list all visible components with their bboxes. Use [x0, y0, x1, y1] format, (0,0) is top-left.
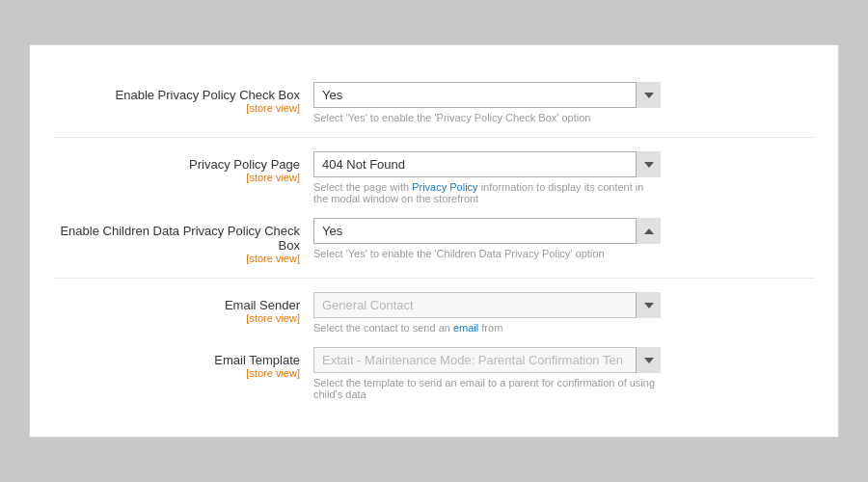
form-row-privacy_policy_page: Privacy Policy Page[store view]404 Not F…	[53, 151, 815, 204]
select-enable_children_data[interactable]: YesNo	[313, 218, 661, 244]
field-label-email_sender: Email Sender	[225, 298, 300, 312]
select-wrapper-enable_privacy_policy: YesNo	[313, 82, 661, 108]
label-col-enable_privacy_policy: Enable Privacy Policy Check Box[store vi…	[53, 82, 313, 114]
form-row-email_sender: Email Sender[store view]General ContactS…	[53, 292, 815, 334]
label-col-enable_children_data: Enable Children Data Privacy Policy Chec…	[53, 218, 313, 264]
field-label-enable_children_data: Enable Children Data Privacy Policy Chec…	[60, 224, 300, 253]
control-col-email_template: Extait - Maintenance Mode: Parental Conf…	[313, 347, 815, 400]
form-row-email_template: Email Template[store view]Extait - Maint…	[53, 347, 815, 400]
control-col-privacy_policy_page: 404 Not FoundSelect the page with Privac…	[313, 151, 815, 204]
select-wrapper-email_sender: General Contact	[313, 292, 661, 318]
select-enable_privacy_policy[interactable]: YesNo	[313, 82, 661, 108]
hint-email_sender: Select the contact to send an email from	[313, 322, 661, 334]
store-view-email_sender: [store view]	[53, 312, 300, 324]
form-row-enable_privacy_policy: Enable Privacy Policy Check Box[store vi…	[53, 82, 815, 123]
select-email_template[interactable]: Extait - Maintenance Mode: Parental Conf…	[313, 347, 661, 373]
field-label-email_template: Email Template	[214, 353, 300, 367]
form-row-enable_children_data: Enable Children Data Privacy Policy Chec…	[53, 218, 815, 264]
hint-enable_children_data: Select 'Yes' to enable the 'Children Dat…	[313, 248, 661, 259]
control-col-enable_children_data: YesNoSelect 'Yes' to enable the 'Childre…	[313, 218, 815, 259]
hint-enable_privacy_policy: Select 'Yes' to enable the 'Privacy Poli…	[313, 112, 661, 123]
control-col-email_sender: General ContactSelect the contact to sen…	[313, 292, 815, 334]
hint-email_template: Select the template to send an email to …	[313, 377, 661, 400]
select-email_sender[interactable]: General Contact	[313, 292, 661, 318]
label-col-email_sender: Email Sender[store view]	[53, 292, 313, 324]
label-col-privacy_policy_page: Privacy Policy Page[store view]	[53, 151, 313, 183]
hint-privacy_policy_page: Select the page with Privacy Policy info…	[313, 181, 661, 204]
select-wrapper-privacy_policy_page: 404 Not Found	[313, 151, 661, 177]
control-col-enable_privacy_policy: YesNoSelect 'Yes' to enable the 'Privacy…	[313, 82, 815, 123]
label-col-email_template: Email Template[store view]	[53, 347, 313, 379]
select-privacy_policy_page[interactable]: 404 Not Found	[313, 151, 661, 177]
field-label-enable_privacy_policy: Enable Privacy Policy Check Box	[116, 88, 300, 102]
select-wrapper-enable_children_data: YesNo	[313, 218, 661, 244]
store-view-privacy_policy_page: [store view]	[53, 172, 300, 183]
gdpr-panel: Enable Privacy Policy Check Box[store vi…	[29, 44, 839, 438]
store-view-email_template: [store view]	[53, 367, 300, 379]
store-view-enable_children_data: [store view]	[53, 253, 300, 264]
select-wrapper-email_template: Extait - Maintenance Mode: Parental Conf…	[313, 347, 661, 373]
field-label-privacy_policy_page: Privacy Policy Page	[189, 157, 300, 172]
store-view-enable_privacy_policy: [store view]	[53, 102, 300, 114]
